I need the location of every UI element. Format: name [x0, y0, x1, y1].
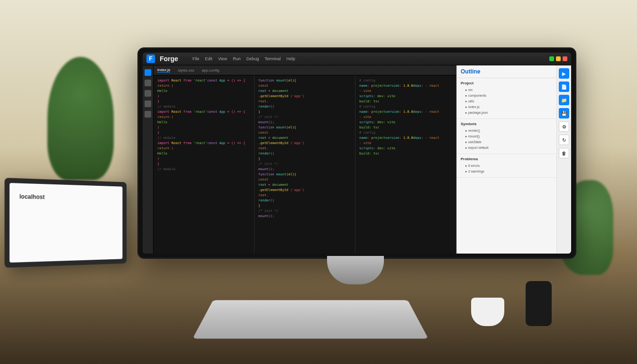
outline-item[interactable]: ▸ package.json [461, 110, 553, 116]
run-icon[interactable]: ▶ [559, 68, 569, 79]
panel-section: Symbols▸ render()▸ mount()▸ useState▸ ex… [457, 119, 556, 154]
menu-item[interactable]: Edit [205, 56, 212, 61]
editor-tabs: index.js styles.css app.config [154, 65, 456, 75]
save-icon[interactable]: 💾 [559, 108, 569, 118]
ide-window: F Forge File Edit View Run Debug Termina… [143, 53, 571, 254]
main-menu: File Edit View Run Debug Terminal Help [192, 56, 295, 61]
background-plant [47, 57, 114, 180]
explorer-icon[interactable] [145, 69, 151, 76]
gear-icon[interactable]: ⚙ [559, 121, 569, 132]
maximize-icon[interactable] [556, 56, 561, 61]
app-name: Forge [160, 55, 178, 63]
file-icon[interactable]: 📄 [559, 82, 569, 92]
outline-item[interactable]: ▸ 0 errors [461, 163, 553, 169]
outline-item[interactable]: ▸ export default [461, 145, 553, 151]
menu-item[interactable]: Help [286, 56, 295, 61]
section-title: Symbols [461, 122, 553, 126]
outline-panel: Outline Project▸ src▸ components▸ utils▸… [456, 65, 556, 254]
editor-pane[interactable]: import React from 'react'const App = () … [154, 75, 255, 254]
outline-item[interactable]: ▸ index.js [461, 104, 553, 110]
tab[interactable]: app.config [202, 68, 219, 73]
trash-icon[interactable]: 🗑 [559, 148, 569, 158]
extensions-icon[interactable] [145, 111, 151, 118]
editor-pane[interactable]: function mount(el){ const root = documen… [255, 75, 355, 254]
outline-item[interactable]: ▸ useState [461, 139, 553, 145]
outline-item[interactable]: ▸ 2 warnings [461, 169, 553, 174]
refresh-icon[interactable]: ↻ [559, 135, 569, 145]
outline-item[interactable]: ▸ utils [461, 99, 553, 104]
menu-item[interactable]: File [192, 56, 200, 61]
tool-strip: ▶ 📄 📁 💾 ⚙ ↻ 🗑 [556, 65, 571, 254]
panel-title: Outline [457, 65, 556, 78]
panel-section: Problems▸ 0 errors▸ 2 warnings [457, 154, 556, 178]
section-title: Problems [461, 157, 553, 161]
tab[interactable]: index.js [157, 68, 170, 73]
phone [526, 281, 552, 326]
outline-item[interactable]: ▸ mount() [461, 134, 553, 139]
close-icon[interactable] [563, 56, 567, 61]
code-editor[interactable]: import React from 'react'const App = () … [154, 75, 456, 254]
outline-item[interactable]: ▸ src [461, 87, 553, 93]
monitor: F Forge File Edit View Run Debug Termina… [137, 47, 576, 259]
menu-item[interactable]: Run [233, 56, 241, 61]
section-title: Project [461, 81, 553, 85]
activity-bar [143, 65, 154, 254]
debug-icon[interactable] [145, 100, 151, 107]
laptop-screen: localhost [9, 183, 122, 263]
outline-item[interactable]: ▸ render() [461, 128, 553, 134]
main-area: index.js styles.css app.config import Re… [143, 65, 571, 254]
titlebar: F Forge File Edit View Run Debug Termina… [143, 53, 571, 65]
monitor-stand [327, 256, 384, 284]
minimize-icon[interactable] [549, 56, 554, 61]
editor-pane[interactable]: # configname: projectversion: 1.0.0deps:… [355, 75, 456, 254]
menu-item[interactable]: Debug [246, 56, 259, 61]
keyboard [192, 300, 428, 338]
window-controls [549, 56, 567, 61]
coffee-mug [471, 298, 504, 326]
search-icon[interactable] [145, 80, 151, 86]
git-icon[interactable] [145, 90, 151, 97]
panel-section: Project▸ src▸ components▸ utils▸ index.j… [457, 78, 556, 119]
editor-group: index.js styles.css app.config import Re… [154, 65, 456, 254]
app-logo-icon: F [146, 55, 155, 63]
tab[interactable]: styles.css [178, 68, 194, 73]
outline-item[interactable]: ▸ components [461, 93, 553, 99]
menu-item[interactable]: View [218, 56, 227, 61]
menu-item[interactable]: Terminal [264, 56, 281, 61]
laptop: localhost [5, 178, 127, 268]
folder-icon[interactable]: 📁 [559, 95, 569, 105]
